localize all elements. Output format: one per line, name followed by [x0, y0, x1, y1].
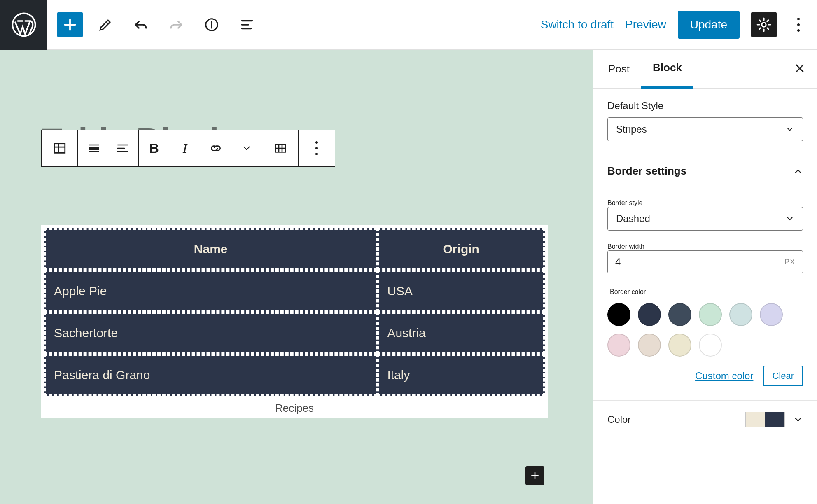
switch-to-draft-link[interactable]: Switch to draft	[541, 18, 614, 31]
table-block-icon	[53, 141, 67, 155]
color-swatch[interactable]	[607, 334, 630, 357]
border-style-select[interactable]: Dashed	[607, 207, 803, 231]
redo-icon	[168, 17, 184, 33]
align-wide-icon	[87, 142, 100, 155]
color-chip-bg	[765, 412, 785, 427]
update-button[interactable]: Update	[678, 11, 740, 39]
color-preview-chips	[745, 412, 785, 427]
add-block-button[interactable]	[57, 12, 83, 37]
color-swatch[interactable]	[638, 303, 661, 326]
table-cell[interactable]: Pastiera di Grano	[44, 354, 377, 396]
close-icon	[794, 63, 805, 74]
table-cell[interactable]: Apple Pie	[44, 270, 377, 312]
close-sidebar-button[interactable]	[786, 63, 814, 76]
outline-button[interactable]	[234, 12, 260, 37]
block-type-button[interactable]	[42, 130, 78, 166]
border-settings-body: Border style Dashed Border width 4 PX Bo…	[593, 189, 817, 401]
border-color-actions: Custom color Clear	[607, 366, 803, 386]
table-header-row[interactable]: Name Origin	[44, 228, 545, 270]
table-cell[interactable]: Sachertorte	[44, 312, 377, 354]
table-header-cell[interactable]: Name	[44, 228, 377, 270]
table-block-wrapper[interactable]: Name Origin Apple Pie USA Sachertorte Au…	[41, 225, 548, 418]
svg-point-3	[762, 23, 766, 27]
table-header-cell[interactable]: Origin	[377, 228, 545, 270]
color-swatch[interactable]	[699, 303, 722, 326]
table-row[interactable]: Sachertorte Austria	[44, 312, 545, 354]
color-swatch[interactable]	[607, 303, 630, 326]
add-block-below-button[interactable]	[525, 466, 544, 485]
border-width-label: Border width	[607, 243, 803, 250]
default-style-value: Stripes	[616, 124, 647, 135]
border-style-value: Dashed	[616, 213, 650, 224]
align-left-button[interactable]	[108, 142, 137, 155]
plus-icon	[62, 17, 78, 33]
border-color-swatches	[607, 303, 803, 357]
clear-color-button[interactable]: Clear	[763, 366, 803, 386]
more-format-button[interactable]	[232, 141, 261, 156]
table-row[interactable]: Apple Pie USA	[44, 270, 545, 312]
border-width-value: 4	[615, 256, 621, 268]
table-cell[interactable]: USA	[377, 270, 545, 312]
edit-table-button[interactable]	[262, 130, 299, 166]
toolbar-right: Switch to draft Preview Update	[541, 11, 817, 39]
color-section-header[interactable]: Color	[593, 401, 817, 438]
align-group	[78, 130, 139, 166]
plus-icon	[530, 470, 540, 481]
bold-button[interactable]: B	[140, 141, 168, 156]
pencil-icon	[98, 17, 113, 33]
redo-button[interactable]	[163, 12, 189, 37]
preview-link[interactable]: Preview	[625, 18, 666, 31]
editor-canvas[interactable]: Table Block B I	[0, 50, 593, 504]
italic-button[interactable]: I	[170, 141, 199, 156]
wp-logo[interactable]	[0, 0, 47, 50]
tab-post[interactable]: Post	[597, 50, 641, 89]
border-width-unit: PX	[784, 258, 795, 266]
chevron-up-icon	[793, 166, 803, 176]
color-section-label: Color	[607, 414, 631, 425]
table-block[interactable]: Name Origin Apple Pie USA Sachertorte Au…	[44, 228, 545, 396]
chevron-down-icon	[793, 415, 803, 425]
table-cell[interactable]: Austria	[377, 312, 545, 354]
undo-button[interactable]	[128, 12, 154, 37]
link-button[interactable]	[201, 141, 230, 156]
border-style-label: Border style	[607, 199, 803, 207]
color-swatch[interactable]	[668, 303, 691, 326]
default-style-panel: Default Style Stripes	[593, 89, 817, 153]
color-chip-text	[745, 412, 765, 427]
color-swatch[interactable]	[699, 334, 722, 357]
sidebar-tabs: Post Block	[593, 50, 817, 89]
table-row[interactable]: Pastiera di Grano Italy	[44, 354, 545, 396]
table-caption[interactable]: Recipes	[44, 402, 545, 415]
toolbar-left	[57, 12, 260, 37]
border-settings-header[interactable]: Border settings	[593, 153, 817, 189]
more-options-button[interactable]	[788, 12, 809, 37]
svg-rect-5	[89, 147, 99, 150]
table-grid-icon	[274, 142, 287, 155]
color-swatch[interactable]	[760, 303, 783, 326]
format-group: B I	[139, 130, 262, 166]
block-more-button[interactable]	[299, 130, 335, 166]
wordpress-logo-icon	[12, 12, 36, 37]
custom-color-link[interactable]: Custom color	[695, 370, 753, 382]
edit-button[interactable]	[93, 12, 118, 37]
settings-button[interactable]	[751, 12, 777, 37]
svg-rect-4	[54, 144, 65, 153]
border-color-label: Border color	[610, 288, 803, 296]
undo-icon	[133, 17, 149, 33]
italic-icon: I	[183, 141, 187, 156]
color-swatch[interactable]	[729, 303, 752, 326]
table-cell[interactable]: Italy	[377, 354, 545, 396]
default-style-select[interactable]: Stripes	[607, 117, 803, 141]
align-wide-button[interactable]	[79, 142, 108, 155]
kebab-icon	[797, 16, 800, 33]
color-swatch[interactable]	[638, 334, 661, 357]
border-width-input[interactable]: 4 PX	[607, 250, 803, 273]
list-outline-icon	[239, 17, 255, 33]
gear-icon	[756, 17, 772, 33]
info-button[interactable]	[199, 12, 224, 37]
chevron-down-icon	[785, 214, 794, 223]
align-left-icon	[116, 142, 129, 155]
default-style-label: Default Style	[607, 100, 803, 112]
color-swatch[interactable]	[668, 334, 691, 357]
tab-block[interactable]: Block	[641, 50, 693, 89]
